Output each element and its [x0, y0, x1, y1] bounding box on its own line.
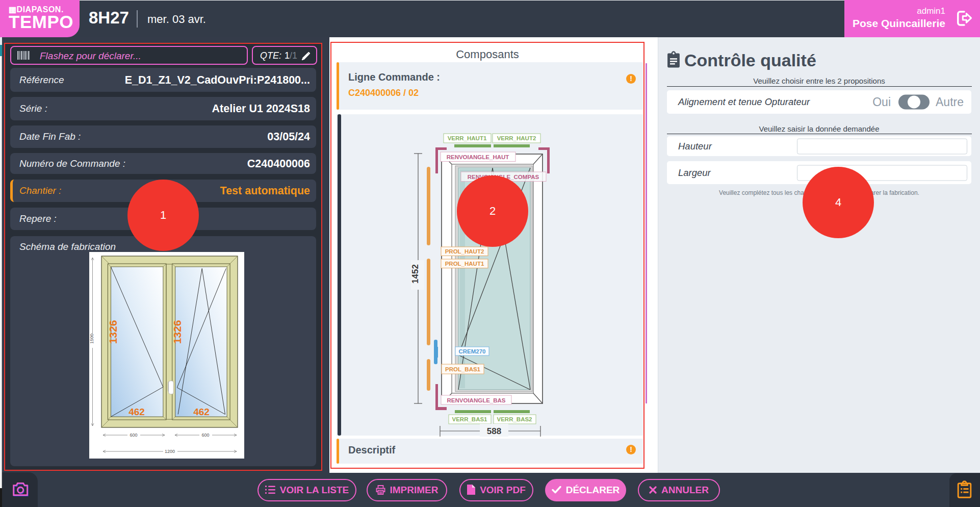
svg-text:VERR_HAUT2: VERR_HAUT2: [497, 135, 536, 141]
svg-text:PROL_HAUT1: PROL_HAUT1: [445, 261, 484, 267]
svg-text:1500: 1500: [89, 334, 94, 344]
svg-text:1200: 1200: [165, 449, 175, 454]
svg-text:1452: 1452: [410, 264, 420, 284]
svg-text:462: 462: [128, 407, 145, 417]
svg-text:RENVOIANGLE_HAUT: RENVOIANGLE_HAUT: [447, 154, 509, 160]
svg-text:VERR_HAUT1: VERR_HAUT1: [448, 135, 487, 141]
svg-text:600: 600: [201, 433, 209, 438]
svg-text:1326: 1326: [171, 320, 183, 344]
svg-text:600: 600: [130, 433, 137, 438]
svg-text:PROL_HAUT2: PROL_HAUT2: [445, 248, 484, 255]
svg-text:588: 588: [487, 426, 501, 436]
svg-text:VERR_BAS1: VERR_BAS1: [452, 416, 487, 422]
svg-text:RENVOIANGLE_BAS: RENVOIANGLE_BAS: [447, 397, 505, 403]
svg-text:VERR_BAS2: VERR_BAS2: [497, 416, 532, 422]
svg-text:PROL_BAS1: PROL_BAS1: [445, 366, 481, 372]
svg-text:1326: 1326: [107, 320, 119, 344]
svg-text:CREM270: CREM270: [458, 348, 485, 354]
svg-text:462: 462: [193, 407, 210, 417]
